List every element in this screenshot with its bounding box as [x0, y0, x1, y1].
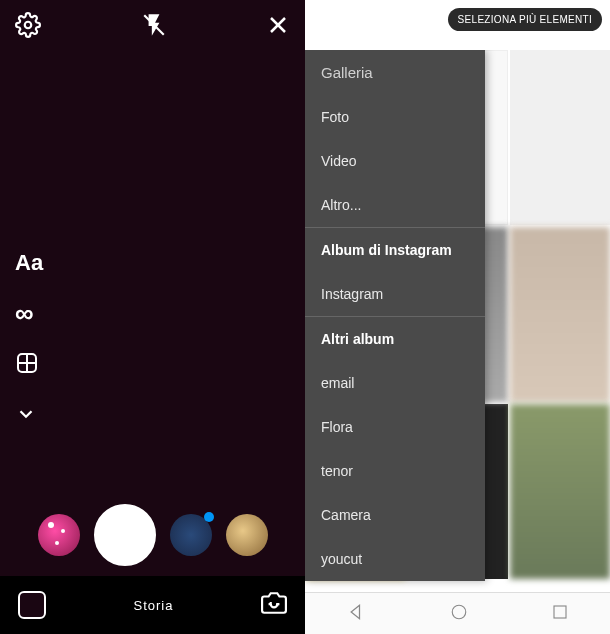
switch-camera-icon[interactable] — [261, 590, 287, 620]
album-item-video[interactable]: Video — [305, 139, 485, 183]
camera-top-bar — [0, 0, 305, 50]
photo-thumbnail[interactable] — [510, 227, 610, 402]
close-icon[interactable] — [266, 13, 290, 37]
story-camera-pane: Aa ∞ Storia — [0, 0, 305, 634]
more-tools-chevron-icon[interactable] — [15, 403, 43, 431]
effects-carousel[interactable] — [0, 504, 305, 566]
gallery-body: Galleria Foto Video Altro... Album di In… — [305, 50, 610, 592]
multi-select-button[interactable]: SELEZIONA PIÙ ELEMENTI — [448, 8, 602, 31]
nav-back-icon[interactable] — [347, 602, 367, 626]
boomerang-tool-icon[interactable]: ∞ — [15, 298, 43, 329]
album-item-foto[interactable]: Foto — [305, 95, 485, 139]
svg-point-0 — [25, 22, 32, 29]
svg-marker-7 — [351, 605, 359, 618]
dropdown-title[interactable]: Galleria — [305, 50, 485, 95]
mode-label[interactable]: Storia — [134, 598, 174, 613]
layout-tool-icon[interactable] — [15, 351, 43, 381]
effect-sparkle[interactable] — [38, 514, 80, 556]
svg-rect-9 — [554, 606, 566, 618]
album-item-camera[interactable]: Camera — [305, 493, 485, 537]
story-tools-sidebar: Aa ∞ — [15, 250, 43, 431]
effect-gold[interactable] — [226, 514, 268, 556]
album-section-other: Altri album — [305, 316, 485, 361]
effect-face-filter[interactable] — [170, 514, 212, 556]
album-item-email[interactable]: email — [305, 361, 485, 405]
album-section-instagram: Album di Instagram — [305, 227, 485, 272]
android-nav-bar — [305, 592, 610, 634]
gallery-header: SELEZIONA PIÙ ELEMENTI — [305, 0, 610, 50]
album-dropdown-menu: Galleria Foto Video Altro... Album di In… — [305, 50, 485, 581]
album-item-tenor[interactable]: tenor — [305, 449, 485, 493]
album-item-altro[interactable]: Altro... — [305, 183, 485, 227]
album-item-flora[interactable]: Flora — [305, 405, 485, 449]
photo-thumbnail[interactable] — [510, 50, 610, 225]
text-tool-icon[interactable]: Aa — [15, 250, 43, 276]
album-item-youcut[interactable]: youcut — [305, 537, 485, 581]
capture-button[interactable] — [94, 504, 156, 566]
flash-off-icon[interactable] — [141, 12, 167, 38]
settings-icon[interactable] — [15, 12, 41, 38]
camera-viewfinder: Aa ∞ — [0, 0, 305, 576]
gallery-thumbnail-button[interactable] — [18, 591, 46, 619]
album-item-instagram[interactable]: Instagram — [305, 272, 485, 316]
nav-recent-icon[interactable] — [551, 603, 569, 625]
nav-home-icon[interactable] — [450, 603, 468, 625]
photo-thumbnail[interactable] — [510, 404, 610, 579]
svg-point-8 — [452, 605, 466, 619]
camera-footer: Storia — [0, 576, 305, 634]
gallery-picker-pane: SELEZIONA PIÙ ELEMENTI Galleria Foto Vid… — [305, 0, 610, 634]
